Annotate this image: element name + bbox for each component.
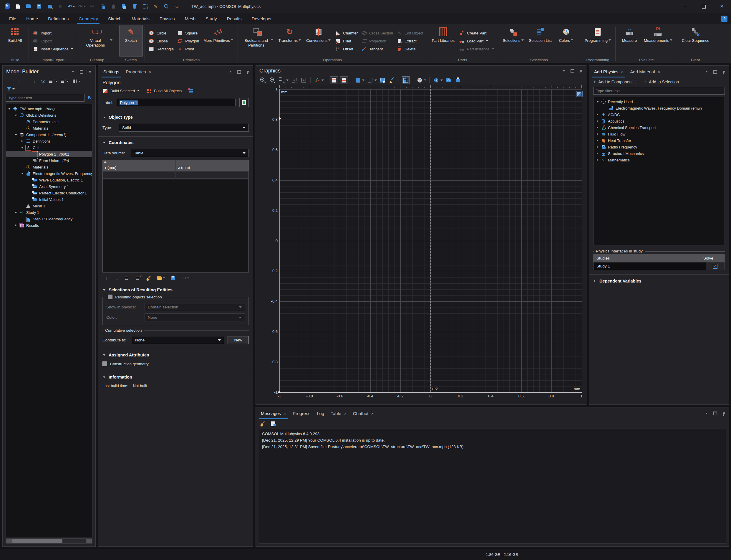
float-panel-icon[interactable] — [79, 69, 84, 74]
add-to-selection-button[interactable]: + Add to Selection — [644, 79, 679, 85]
rename-button[interactable] — [239, 98, 249, 107]
pin-panel-icon[interactable] — [578, 68, 583, 73]
tree-item-electromagnetic-waves-frequency-domain-emw-[interactable]: Electromagnetic Waves, Frequency Domain … — [593, 105, 725, 111]
tangent-button[interactable]: Tangent — [360, 45, 394, 53]
tree-item-results[interactable]: Results — [6, 222, 92, 229]
tree-item-acoustics[interactable]: Acoustics — [593, 118, 725, 124]
add-physics-filter-input[interactable] — [593, 87, 725, 95]
tree-item-step-1-eigenfrequency[interactable]: Step 1: Eigenfrequency — [6, 216, 92, 222]
tree-item-heat-transfer[interactable]: Heat Transfer — [593, 137, 725, 144]
minimize-button[interactable]: ─ — [676, 0, 694, 13]
chamfer-button[interactable]: Chamfer — [334, 29, 359, 37]
tab-add-material[interactable]: Add Material × — [627, 66, 663, 77]
expander-open-icon[interactable] — [596, 100, 599, 104]
close-tab-icon[interactable]: × — [371, 411, 373, 416]
ribbon-tab-geometry[interactable]: Geometry — [74, 13, 103, 24]
expander-closed-icon[interactable] — [596, 120, 599, 122]
build-all-button[interactable]: Build All — [4, 25, 27, 57]
move-down-button[interactable] — [31, 78, 38, 85]
tree-item-materials[interactable]: Materials — [6, 125, 92, 131]
section-dependent-variables[interactable]: Dependent Variables — [589, 275, 729, 288]
float-panel-icon[interactable] — [237, 69, 242, 74]
undo-button[interactable] — [67, 2, 75, 11]
maximize-button[interactable] — [694, 0, 713, 13]
save-to-file-button[interactable] — [170, 275, 176, 281]
delete-row-button[interactable] — [135, 275, 142, 281]
pin-panel-icon[interactable] — [88, 69, 92, 74]
tree-item-fluid-flow[interactable]: Fluid Flow — [593, 131, 725, 137]
section-object-type[interactable]: Object Type — [102, 111, 249, 123]
tree-item-structural-mechanics[interactable]: Structural Mechanics — [593, 150, 725, 157]
tree-item-form-union[interactable]: Form Union(fin) — [6, 157, 92, 164]
label-input[interactable]: Polygon 1 — [117, 99, 236, 106]
ribbon-tab-home[interactable]: Home — [21, 13, 43, 24]
tree-item-tw-acc-mph[interactable]: TW_acc.mph(root) — [6, 105, 92, 112]
section-assigned-attributes[interactable]: Assigned Attributes — [102, 349, 249, 361]
build-preview-icon[interactable] — [188, 88, 194, 93]
scroll-right-arrow[interactable]: › — [86, 539, 92, 543]
solve-checkbox[interactable] — [713, 264, 717, 269]
view-alt-button[interactable] — [340, 76, 348, 84]
export-button[interactable]: Export — [31, 37, 75, 45]
pin-panel-icon[interactable] — [721, 69, 726, 74]
duplicate-button[interactable] — [120, 2, 128, 11]
expander-closed-icon[interactable] — [596, 113, 599, 116]
move-up-button[interactable] — [23, 78, 29, 85]
zoom-out-button[interactable] — [269, 77, 276, 84]
virtual-operations-button[interactable]: Virtual Operations — [80, 25, 115, 57]
polygon-button[interactable]: Polygon — [176, 37, 201, 45]
fillet-button[interactable]: Fillet — [334, 37, 359, 45]
close-tab-icon[interactable]: × — [658, 69, 660, 74]
scene-colors-button[interactable] — [416, 77, 423, 84]
expander-open-icon[interactable] — [14, 211, 17, 214]
section-coordinates[interactable]: Coordinates — [102, 137, 249, 148]
z-cell-input[interactable] — [176, 171, 249, 179]
tree-item-perfect-electric-conductor-1[interactable]: Perfect Electric Conductor 1 — [6, 190, 92, 196]
more-primitives-button[interactable]: More Primitives — [201, 25, 236, 57]
part-libraries-button[interactable]: Part Libraries — [429, 25, 457, 57]
filter-button[interactable] — [6, 86, 15, 92]
expander-closed-icon[interactable] — [596, 159, 599, 161]
transforms-button[interactable]: Transforms — [276, 25, 303, 57]
clear-table-broom-button[interactable] — [146, 275, 152, 281]
study-name-cell[interactable]: Study 1 — [593, 262, 706, 270]
panel-menu-icon[interactable] — [704, 69, 709, 74]
annotate-pencil-button[interactable] — [151, 2, 160, 11]
messages-log[interactable]: COMSOL Multiphysics 6.4.0.293[Dec 21, 20… — [259, 429, 726, 544]
comsol-logo-button[interactable] — [3, 2, 12, 11]
expander-closed-icon[interactable] — [596, 133, 599, 135]
panel-menu-icon[interactable] — [704, 411, 709, 416]
tree-item-recently-used[interactable]: Recently Used — [593, 98, 725, 105]
expander-closed-icon[interactable] — [596, 126, 599, 129]
tree-item-study-1[interactable]: Study 1 — [6, 209, 92, 216]
column-header-r[interactable]: r (mm) — [103, 160, 176, 171]
expander-open-icon[interactable] — [21, 172, 24, 176]
cross-section-button[interactable]: Cross Section — [360, 29, 394, 37]
float-panel-icon[interactable] — [713, 411, 717, 416]
expander-open-icon[interactable] — [14, 133, 17, 137]
pin-panel-icon[interactable] — [245, 69, 250, 74]
ellipse-button[interactable]: Ellipse — [147, 37, 176, 45]
tree-item-initial-values-1[interactable]: Initial Values 1 — [6, 196, 92, 203]
clear-selection-broom-button[interactable] — [388, 77, 396, 84]
deselect-button[interactable] — [379, 77, 386, 84]
save-button[interactable] — [35, 2, 44, 11]
conversions-button[interactable]: Conversions — [304, 25, 333, 57]
add-row-button[interactable] — [124, 275, 131, 281]
measure-button[interactable]: Measure — [618, 25, 641, 57]
preview-doc-button[interactable] — [162, 2, 171, 11]
axis-orientation-button[interactable] — [314, 77, 321, 84]
panel-menu-icon[interactable] — [228, 69, 233, 74]
tree-item-chemical-species-transport[interactable]: Chemical Species Transport — [593, 124, 725, 131]
ribbon-tab-developer[interactable]: Developer — [247, 13, 277, 24]
construction-geometry-checkbox[interactable] — [102, 361, 107, 366]
ribbon-tab-study[interactable]: Study — [201, 13, 222, 24]
paste-button[interactable] — [109, 2, 118, 11]
sketch-button[interactable]: Sketch — [120, 25, 143, 57]
expander-closed-icon[interactable] — [596, 139, 599, 142]
resulting-objects-checkbox[interactable] — [108, 295, 113, 299]
ribbon-tab-results[interactable]: Results — [222, 13, 247, 24]
model-tree-columns-button[interactable] — [71, 78, 81, 85]
tree-item-ac-dc[interactable]: AC/DC — [593, 111, 725, 118]
model-builder-filter-input[interactable] — [6, 94, 85, 102]
